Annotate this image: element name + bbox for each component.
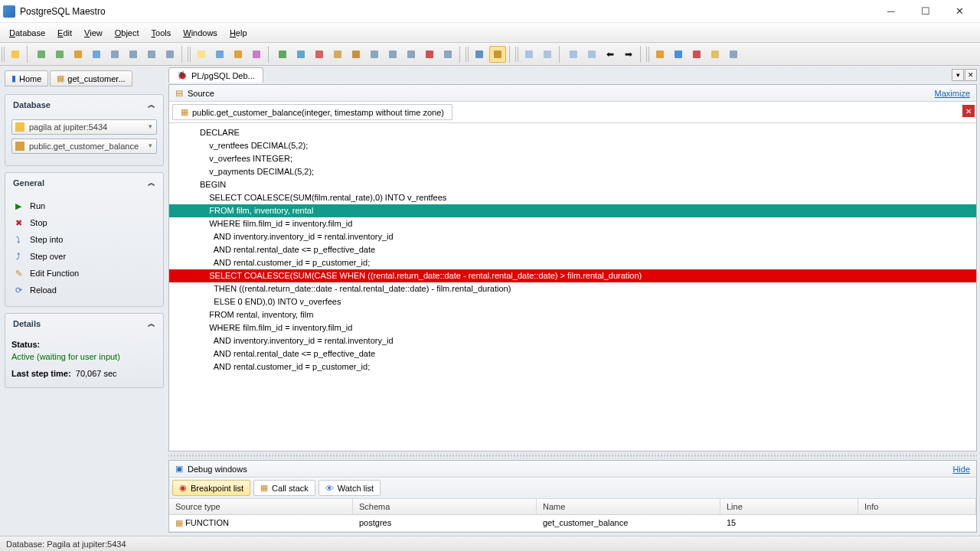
status-text: Database: Pagila at jupiter:5434	[6, 540, 126, 549]
database-combo[interactable]: pagila at jupiter:5434	[11, 119, 157, 135]
toolbar-grip[interactable]	[466, 47, 469, 62]
tb-report-icon[interactable]	[329, 46, 346, 63]
statusbar: Database: Pagila at jupiter:5434	[0, 536, 980, 551]
tb-open-icon[interactable]	[51, 46, 68, 63]
panel-details-header[interactable]: Details︽	[5, 314, 163, 334]
panel-general-header[interactable]: General︽	[5, 173, 163, 193]
tb-grid-icon[interactable]	[366, 46, 383, 63]
tb-sql-icon[interactable]	[193, 46, 210, 63]
toolbar-grip[interactable]	[515, 47, 519, 62]
debug-title: Debug windows	[188, 465, 247, 474]
tab-breakpoints[interactable]: ◉Breakpoint list	[172, 480, 250, 496]
tb-table-icon[interactable]	[106, 46, 123, 63]
step-over-icon: ⤴	[13, 251, 24, 262]
tb-grid2-icon[interactable]	[384, 46, 401, 63]
grid-header: Source type Schema Name Line Info	[169, 499, 976, 515]
app-icon	[3, 5, 15, 18]
action-step-into[interactable]: ⤵Step into	[11, 231, 157, 248]
tab-debugger[interactable]: 🐞PL/pgSQL Deb...	[168, 67, 263, 83]
function-tab-close[interactable]: ✕	[962, 105, 975, 117]
tb-edit-icon[interactable]	[70, 46, 87, 63]
tb-win2-icon[interactable]	[583, 46, 600, 63]
tab-dropdown-button[interactable]: ▾	[952, 69, 964, 81]
tb-fwd-icon[interactable]: ➡	[620, 46, 637, 63]
tb-export-icon[interactable]	[248, 46, 265, 63]
maximize-button[interactable]: ☐	[908, 1, 942, 22]
tb-filter-icon[interactable]	[471, 46, 488, 63]
breakpoint-grid: Source type Schema Name Line Info ▦ FUNC…	[169, 499, 976, 532]
toolbar-grip[interactable]	[646, 47, 650, 62]
toolbar-grip[interactable]	[2, 47, 5, 62]
tb-pkg-icon[interactable]	[348, 46, 364, 63]
minimize-button[interactable]: ─	[874, 1, 908, 22]
sidebar-tab-home[interactable]: ▮Home	[5, 70, 48, 86]
tb-func-icon[interactable]	[143, 46, 160, 63]
menu-object[interactable]: Object	[109, 25, 145, 41]
action-stop[interactable]: ✖Stop	[11, 214, 157, 231]
function-tab[interactable]: ▦ public.get_customer_balance(integer, t…	[172, 104, 452, 120]
close-button[interactable]: ✕	[942, 1, 977, 22]
hide-link[interactable]: Hide	[952, 465, 970, 474]
tb-win1-icon[interactable]	[565, 46, 582, 63]
tb-db-icon[interactable]	[7, 46, 24, 63]
action-run[interactable]: ▶Run	[11, 197, 157, 214]
sidebar-tab-get-customer[interactable]: ▦get_customer...	[50, 70, 132, 86]
action-reload[interactable]: ⟳Reload	[11, 282, 157, 298]
menu-windows[interactable]: Windows	[177, 25, 224, 41]
tab-callstack[interactable]: ▦Call stack	[253, 480, 315, 496]
run-icon: ▶	[13, 201, 24, 211]
tb-refresh-icon[interactable]	[88, 46, 105, 63]
tb-view-icon[interactable]	[125, 46, 142, 63]
titlebar: PostgreSQL Maestro ─ ☐ ✕	[0, 0, 980, 23]
tb-world-icon[interactable]	[670, 46, 687, 63]
tb-about-icon[interactable]	[725, 46, 742, 63]
menu-tools[interactable]: Tools	[145, 25, 178, 41]
tb-home-icon[interactable]	[652, 46, 668, 63]
panel-database-header[interactable]: Database︽	[5, 95, 163, 115]
source-icon: ▤	[175, 88, 183, 98]
object-combo[interactable]: public.get_customer_balance	[11, 139, 157, 154]
tb-chart-icon[interactable]	[311, 46, 328, 63]
tb-query-icon[interactable]	[211, 46, 228, 63]
tb-proc-icon[interactable]	[162, 46, 178, 63]
function-icon	[15, 142, 24, 151]
grid-row[interactable]: ▦ FUNCTION postgres get_customer_balance…	[169, 515, 976, 532]
menu-database[interactable]: Database	[3, 25, 51, 41]
tb-script-icon[interactable]	[230, 46, 247, 63]
tb-filter-active-icon[interactable]	[489, 46, 506, 63]
tb-back-icon[interactable]: ⬅	[602, 46, 619, 63]
panel-details: Details︽ Status: Active (waiting for use…	[5, 313, 164, 388]
maximize-link[interactable]: Maximize	[935, 89, 970, 98]
menu-help[interactable]: Help	[224, 25, 253, 41]
edit-icon: ✎	[13, 268, 24, 279]
chevron-up-icon: ︽	[148, 318, 155, 329]
tb-new-icon[interactable]	[33, 46, 50, 63]
menubar: Database Edit View Object Tools Windows …	[0, 23, 980, 43]
tb-ext1-icon[interactable]	[274, 46, 291, 63]
code-editor[interactable]: DECLARE v_rentfees DECIMAL(5,2); v_overf…	[169, 123, 976, 451]
menu-view[interactable]: View	[78, 25, 109, 41]
action-edit-function[interactable]: ✎Edit Function	[11, 265, 157, 282]
chevron-up-icon: ︽	[148, 99, 155, 110]
status-value: Active (waiting for user input)	[11, 352, 120, 361]
tb-diag-icon[interactable]	[403, 46, 420, 63]
toolbar: ⬅ ➡	[0, 43, 980, 66]
horizontal-splitter[interactable]	[168, 453, 977, 458]
main-area: 🐞PL/pgSQL Deb... ▾ ✕ ▤ Source Maximize ▦…	[168, 66, 980, 536]
tab-close-button[interactable]: ✕	[965, 69, 977, 81]
menu-edit[interactable]: Edit	[51, 25, 78, 41]
tb-tool-icon[interactable]	[439, 46, 456, 63]
tb-ext2-icon[interactable]	[292, 46, 309, 63]
tb-paste-icon[interactable]	[539, 46, 556, 63]
tb-copy-icon[interactable]	[521, 46, 537, 63]
breakpoint-icon: ◉	[179, 483, 187, 493]
tab-watchlist[interactable]: 👁Watch list	[318, 480, 381, 496]
tb-mail-icon[interactable]	[707, 46, 724, 63]
tb-debug-icon[interactable]	[421, 46, 438, 63]
toolbar-grip[interactable]	[188, 47, 191, 62]
tb-help-icon[interactable]	[688, 46, 705, 63]
source-title: Source	[188, 89, 214, 98]
status-label: Status:	[11, 340, 40, 349]
sidebar: ▮Home ▦get_customer... Database︽ pagila …	[0, 66, 168, 536]
action-step-over[interactable]: ⤴Step over	[11, 248, 157, 265]
